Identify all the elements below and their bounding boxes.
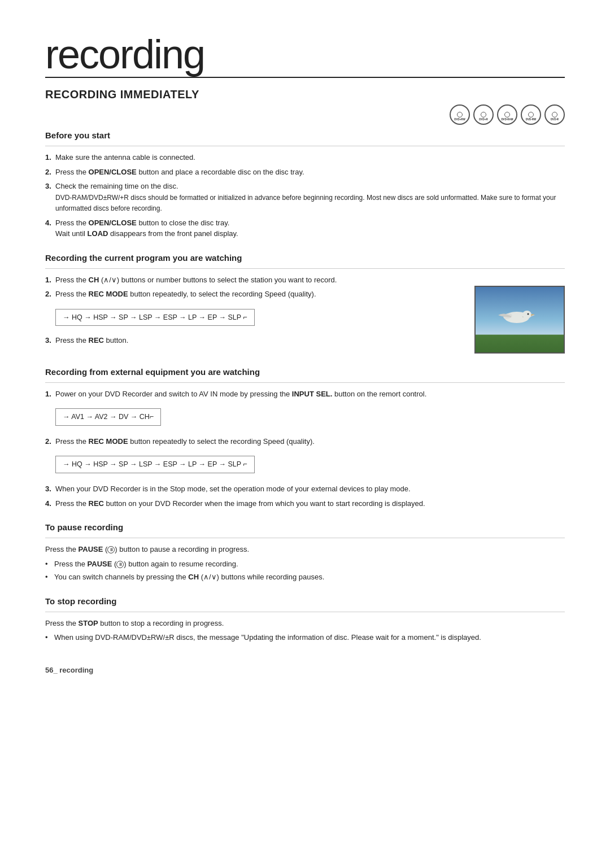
disc-icon-dvdr: DVD-R: [544, 104, 565, 125]
recording-current-list-step3: 3. Press the REC button.: [45, 335, 463, 346]
main-section-title: RECORDING IMMEDIATELY: [45, 88, 565, 101]
page-title: recording: [45, 34, 565, 75]
list-item: 1. Power on your DVD Recorder and switch…: [45, 389, 565, 400]
disc-icon-dvdrw: DVD-RW: [521, 104, 541, 125]
recording-current-section: Recording the current program you are wa…: [45, 253, 565, 354]
disc-icon-dvdhi: DVD+R: [473, 104, 494, 125]
to-pause-title: To pause recording: [45, 522, 565, 532]
list-item: You can switch channels by pressing the …: [45, 572, 565, 583]
pause-icon-inline2: ⏸: [116, 561, 124, 568]
flow-box-av: → AV1 → AV2 → DV → CH⌐: [55, 408, 161, 426]
recording-current-divider: [45, 268, 565, 269]
before-you-start-title: Before you start: [45, 130, 565, 140]
svg-point-4: [528, 313, 529, 315]
to-pause-list: Press the PAUSE (⏸) button again to resu…: [45, 559, 565, 583]
list-item: 3. Check the remaining time on the disc.…: [45, 181, 565, 214]
recording-current-text: 1. Press the CH (∧/∨) buttons or number …: [45, 274, 463, 352]
svg-point-3: [522, 311, 531, 319]
to-stop-title: To stop recording: [45, 596, 565, 606]
bird-image: [476, 287, 565, 354]
to-stop-intro: Press the STOP button to stop a recordin…: [45, 618, 565, 629]
to-pause-divider: [45, 538, 565, 538]
tv-screenshot: ● VR SP AV 1: [474, 286, 565, 354]
disc-icon-dvdrw-plus: DVD+RW: [450, 104, 470, 125]
flow-box-1: → HQ → HSP → SP → LSP → ESP → LP → EP → …: [55, 309, 255, 326]
recording-external-list: 1. Power on your DVD Recorder and switch…: [45, 389, 565, 400]
recording-current-title: Recording the current program you are wa…: [45, 253, 565, 263]
to-pause-intro: Press the PAUSE (⏸) button to pause a re…: [45, 544, 565, 555]
recording-external-divider: [45, 382, 565, 383]
list-item: 2. Press the OPEN/CLOSE button and place…: [45, 167, 565, 178]
list-item: 2. Press the REC MODE button repeatedly,…: [45, 289, 463, 300]
page-footer: 56_ recording: [45, 666, 565, 674]
to-stop-section: To stop recording Press the STOP button …: [45, 596, 565, 643]
before-you-start-section: Before you start 1. Make sure the antenn…: [45, 130, 565, 239]
to-stop-list: When using DVD-RAM/DVD±RW/±R discs, the …: [45, 632, 565, 643]
recording-external-list3: 3. When your DVD Recorder is in the Stop…: [45, 483, 565, 509]
before-you-start-divider: [45, 146, 565, 146]
flow-box-speed: → HQ → HSP → SP → LSP → ESP → LP → EP → …: [55, 456, 255, 473]
disc-icons-container: DVD+RW DVD+R DVD-RAM DVD-RW DVD-R: [45, 104, 565, 125]
list-item: 1. Press the CH (∧/∨) buttons or number …: [45, 274, 463, 286]
disc-icon-dvdram: DVD-RAM: [497, 104, 517, 125]
pause-icon-inline: ⏸: [107, 546, 115, 553]
list-item: Press the PAUSE (⏸) button again to resu…: [45, 559, 565, 570]
recording-external-title: Recording from external equipment you ar…: [45, 367, 565, 377]
recording-current-content: 1. Press the CH (∧/∨) buttons or number …: [45, 274, 565, 354]
list-item: 3. When your DVD Recorder is in the Stop…: [45, 483, 565, 495]
list-item: 4. Press the REC button on your DVD Reco…: [45, 498, 565, 509]
list-item: When using DVD-RAM/DVD±RW/±R discs, the …: [45, 632, 565, 643]
title-divider: [45, 77, 565, 78]
list-item: 4. Press the OPEN/CLOSE button to close …: [45, 217, 565, 239]
to-pause-section: To pause recording Press the PAUSE (⏸) b…: [45, 522, 565, 583]
list-item: 1. Make sure the antenna cable is connec…: [45, 152, 565, 163]
recording-external-list2: 2. Press the REC MODE button repeatedly …: [45, 436, 565, 447]
to-stop-divider: [45, 612, 565, 612]
before-you-start-list: 1. Make sure the antenna cable is connec…: [45, 152, 565, 239]
list-item: 2. Press the REC MODE button repeatedly …: [45, 436, 565, 447]
recording-external-section: Recording from external equipment you ar…: [45, 367, 565, 509]
list-item: 3. Press the REC button.: [45, 335, 463, 346]
recording-current-list: 1. Press the CH (∧/∨) buttons or number …: [45, 274, 463, 300]
